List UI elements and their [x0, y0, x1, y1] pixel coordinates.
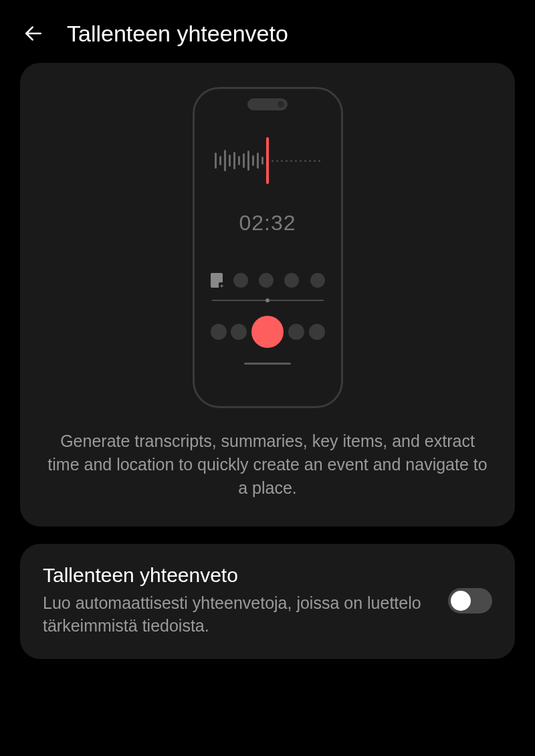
- control-dot-icon: [288, 324, 304, 340]
- setting-item: Tallenteen yhteenveto Luo automaattisest…: [20, 544, 515, 659]
- toggle-knob-icon: [451, 591, 471, 611]
- setting-subtitle: Luo automaattisesti yhteenvetoja, joissa…: [43, 592, 432, 638]
- phone-frame: 02:32: [193, 87, 343, 408]
- control-dot-icon: [310, 273, 325, 288]
- waveform-cursor-icon: [266, 137, 269, 184]
- control-dot-icon: [284, 273, 299, 288]
- back-arrow-icon[interactable]: [20, 20, 47, 47]
- slider-knob-icon: [265, 298, 270, 302]
- control-dot-icon: [211, 324, 227, 340]
- note-add-icon: [211, 273, 223, 288]
- control-dot-icon: [309, 324, 325, 340]
- content-area: 02:32: [0, 63, 535, 659]
- setting-toggle[interactable]: [448, 588, 492, 613]
- control-row-top: [208, 273, 328, 288]
- control-dot-icon: [231, 324, 247, 340]
- control-dot-icon: [259, 273, 274, 288]
- waveform-icon: [208, 137, 328, 184]
- recording-timer: 02:32: [208, 211, 328, 235]
- page-title: Tallenteen yhteenveto: [67, 21, 288, 47]
- phone-notch-icon: [247, 98, 288, 110]
- home-indicator-icon: [244, 363, 291, 365]
- header: Tallenteen yhteenveto: [0, 0, 535, 63]
- record-button-icon: [251, 316, 284, 348]
- feature-description: Generate transcripts, summaries, key ite…: [47, 430, 488, 500]
- feature-card: 02:32: [20, 63, 515, 527]
- setting-text-block: Tallenteen yhteenveto Luo automaattisest…: [43, 564, 432, 638]
- control-row-bottom: [208, 316, 328, 348]
- control-dot-icon: [233, 273, 248, 288]
- setting-title: Tallenteen yhteenveto: [43, 564, 432, 587]
- phone-illustration: 02:32: [47, 87, 488, 408]
- playback-slider: [212, 300, 324, 301]
